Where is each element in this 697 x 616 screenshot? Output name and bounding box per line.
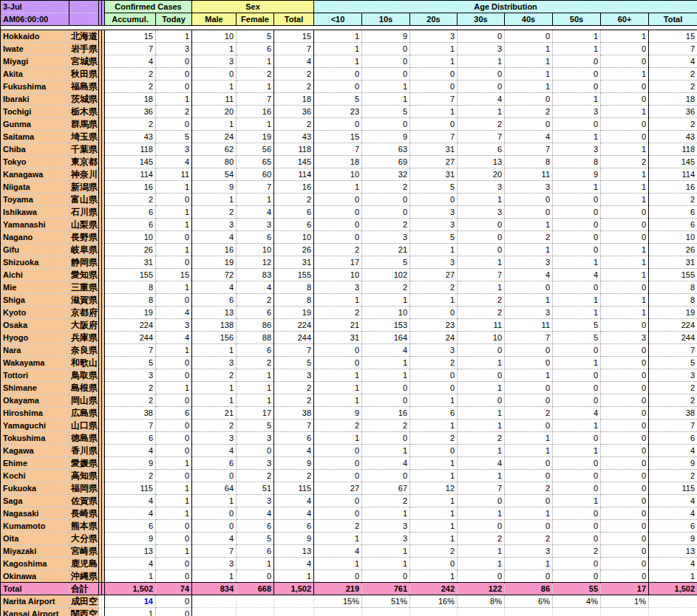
age-cell-50s[interactable]: 1 (553, 93, 601, 106)
age-cell-40s[interactable]: 0 (505, 206, 553, 219)
female-cell[interactable]: 7 (237, 181, 274, 194)
age-total-cell[interactable]: 8 (649, 294, 697, 307)
age-cell-u10[interactable]: 0 (314, 194, 362, 206)
accumul-cell[interactable]: 4 (105, 507, 156, 520)
total-age-cell-10s[interactable]: 761 (362, 583, 410, 595)
accumul-cell[interactable]: 7 (105, 420, 156, 432)
pref-name-ja[interactable]: 栃木県 (69, 106, 99, 118)
age-cell-60plus[interactable]: 0 (601, 420, 649, 432)
age-cell-40s[interactable]: 2 (505, 533, 553, 545)
age-cell-60plus[interactable]: 2 (601, 156, 649, 168)
age-total-cell[interactable]: 2 (649, 118, 697, 131)
female-cell[interactable]: 1 (237, 81, 274, 93)
today-cell[interactable]: 0 (156, 55, 192, 68)
age-cell-10s[interactable]: 2 (362, 281, 410, 294)
pref-name-en[interactable]: Ishikawa (1, 206, 69, 219)
accumul-cell[interactable]: 18 (105, 93, 156, 106)
age-cell-20s[interactable]: 1 (410, 495, 458, 507)
age-total-cell[interactable]: 4 (649, 445, 697, 457)
col-header-age-60plus[interactable]: 60+ (601, 13, 649, 26)
female-cell[interactable]: 51 (237, 482, 274, 495)
age-cell-40s[interactable]: 4 (505, 131, 553, 143)
accumul-cell[interactable]: 115 (105, 482, 156, 495)
empty-cell[interactable] (192, 595, 237, 608)
age-cell-20s[interactable]: 1 (410, 244, 458, 256)
pref-name-ja[interactable]: 熊本県 (69, 520, 99, 533)
age-cell-50s[interactable]: 0 (553, 558, 601, 570)
age-cell-40s[interactable]: 0 (505, 570, 553, 583)
empty-cell[interactable] (274, 595, 314, 608)
sex-total-cell[interactable]: 19 (274, 307, 314, 319)
total-age-cell-50s[interactable]: 55 (553, 583, 601, 595)
age-cell-u10[interactable]: 1 (314, 432, 362, 445)
today-cell[interactable]: 0 (156, 68, 192, 81)
age-cell-10s[interactable]: 1 (362, 369, 410, 382)
age-cell-60plus[interactable]: 0 (601, 533, 649, 545)
age-cell-50s[interactable]: 0 (553, 533, 601, 545)
female-cell[interactable]: 10 (237, 244, 274, 256)
age-cell-50s[interactable]: 0 (553, 482, 601, 495)
age-total-cell[interactable]: 6 (649, 520, 697, 533)
age-cell-40s[interactable]: 3 (505, 256, 553, 269)
pref-name-ja[interactable]: 岩手県 (69, 43, 99, 55)
pref-name-en[interactable]: Ibaraki (1, 93, 69, 106)
accumul-cell[interactable]: 4 (105, 558, 156, 570)
age-cell-50s[interactable]: 0 (553, 219, 601, 231)
today-cell[interactable]: 1 (156, 457, 192, 470)
age-cell-10s[interactable]: 0 (362, 382, 410, 394)
pref-name-ja[interactable]: 和歌山 (69, 357, 99, 369)
age-cell-10s[interactable]: 4 (362, 457, 410, 470)
sex-total-cell[interactable]: 7 (274, 344, 314, 357)
pref-name-en[interactable]: Miyagi (1, 55, 69, 68)
pref-name-en[interactable]: Saga (1, 495, 69, 507)
age-cell-u10[interactable]: 0 (314, 344, 362, 357)
accumul-cell[interactable]: 15 (105, 30, 156, 43)
pref-name-ja[interactable]: 東京都 (69, 156, 99, 168)
age-cell-40s[interactable]: 0 (505, 394, 553, 407)
accumul-cell[interactable]: 2 (105, 470, 156, 482)
sex-total-cell[interactable]: 7 (274, 43, 314, 55)
male-cell[interactable]: 2 (192, 206, 237, 219)
age-cell-50s[interactable]: 2 (553, 545, 601, 558)
age-cell-10s[interactable]: 164 (362, 332, 410, 344)
age-cell-40s[interactable]: 1 (505, 219, 553, 231)
sex-total-cell[interactable]: 13 (274, 545, 314, 558)
age-cell-u10[interactable]: 0 (314, 206, 362, 219)
total-male-cell[interactable]: 834 (192, 583, 237, 595)
col-header-age-total[interactable]: Total (649, 13, 697, 26)
pref-name-ja[interactable]: 広島県 (69, 407, 99, 420)
accumul-cell[interactable]: 2 (105, 118, 156, 131)
age-cell-60plus[interactable]: 0 (601, 432, 649, 445)
age-cell-40s[interactable]: 1 (505, 43, 553, 55)
today-cell[interactable]: 15 (156, 269, 192, 281)
male-cell[interactable]: 7 (192, 545, 237, 558)
age-cell-10s[interactable]: 102 (362, 269, 410, 281)
age-total-cell[interactable]: 2 (649, 81, 697, 93)
age-cell-u10[interactable]: 27 (314, 482, 362, 495)
age-cell-60plus[interactable]: 1 (601, 68, 649, 81)
age-cell-30s[interactable]: 0 (458, 68, 505, 81)
age-cell-u10[interactable]: 2 (314, 307, 362, 319)
pref-name-en[interactable]: Kanagawa (1, 168, 69, 181)
age-cell-10s[interactable]: 9 (362, 30, 410, 43)
age-total-cell[interactable]: 224 (649, 319, 697, 332)
age-cell-u10[interactable]: 21 (314, 319, 362, 332)
age-total-cell[interactable]: 2 (649, 394, 697, 407)
age-cell-30s[interactable]: 0 (458, 30, 505, 43)
sex-total-cell[interactable]: 2 (274, 382, 314, 394)
age-cell-10s[interactable]: 0 (362, 194, 410, 206)
age-cell-30s[interactable]: 7 (458, 131, 505, 143)
age-cell-10s[interactable]: 67 (362, 482, 410, 495)
today-cell[interactable]: 1 (156, 344, 192, 357)
female-cell[interactable]: 3 (237, 219, 274, 231)
age-cell-30s[interactable]: 1 (458, 256, 505, 269)
age-cell-30s[interactable]: 1 (458, 558, 505, 570)
age-total-cell[interactable]: 2 (649, 382, 697, 394)
today-cell[interactable]: 0 (156, 357, 192, 369)
age-total-cell[interactable]: 9 (649, 533, 697, 545)
age-cell-10s[interactable]: 2 (362, 420, 410, 432)
accumul-cell[interactable]: 4 (105, 445, 156, 457)
sex-total-cell[interactable]: 2 (274, 68, 314, 81)
age-cell-40s[interactable]: 2 (505, 231, 553, 244)
pref-name-ja[interactable]: 鳥取県 (69, 369, 99, 382)
